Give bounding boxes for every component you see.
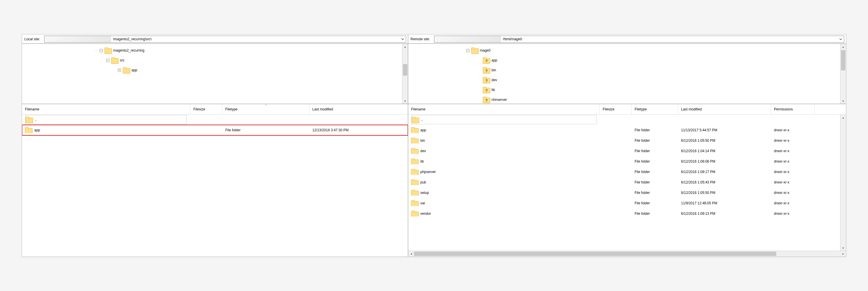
remote-horizontal-scrollbar[interactable]: ◂ ▸	[408, 251, 846, 256]
table-row[interactable]: phpserverFile folder6/12/2016 1:09:17 PM…	[408, 167, 840, 177]
folder-icon	[483, 77, 490, 83]
scroll-up-icon[interactable]: ▴	[840, 44, 846, 49]
cell-filename: vendor	[408, 211, 600, 217]
folder-icon	[111, 58, 118, 63]
filename-text: dev	[421, 149, 426, 153]
col-filetype[interactable]: Filetype ⌃	[222, 104, 309, 114]
table-row[interactable]: libFile folder6/12/2016 1:06:06 PMdrwxr-…	[408, 156, 840, 167]
table-row[interactable]: pubFile folder6/12/2016 1:05:43 PMdrwxr-…	[408, 177, 840, 187]
remote-tree-scrollbar[interactable]: ▴ ▾	[840, 44, 846, 104]
scroll-up-icon[interactable]: ▴	[840, 114, 846, 120]
tree-expand-spacer	[478, 98, 481, 102]
tree-expand-toggle[interactable]: −	[106, 59, 110, 62]
cell-permissions: drwxr-xr-x	[771, 191, 814, 195]
remote-directory-tree[interactable]: −mage0appbindevlibnhnserver	[408, 44, 840, 104]
remote-list-body[interactable]: ..appFile folder11/13/2017 5:44:57 PMdrw…	[408, 114, 846, 251]
local-directory-tree[interactable]: ⋯−magento2_recurring−src+app	[22, 44, 402, 104]
cell-filename: ..	[22, 115, 190, 124]
tree-node[interactable]: app	[408, 56, 840, 65]
cell-filetype: File folder	[632, 128, 678, 132]
tree-node[interactable]: lib	[408, 85, 840, 95]
sort-indicator-icon: ⌃	[265, 104, 267, 107]
scroll-thumb[interactable]	[414, 252, 776, 256]
local-path-value: \magento2_recurring\src\	[111, 37, 399, 41]
tree-node[interactable]: ⋯−magento2_recurring	[22, 45, 402, 56]
local-pane: Local site: \magento2_recurring\src\ ⋯−m…	[22, 35, 408, 256]
parent-directory-row[interactable]: ..	[22, 114, 408, 125]
folder-icon	[471, 47, 478, 53]
table-row[interactable]: appFile folder11/13/2017 5:44:57 PMdrwxr…	[408, 125, 840, 135]
scroll-right-icon[interactable]: ▸	[840, 252, 846, 255]
tree-expand-toggle[interactable]: −	[466, 49, 469, 52]
scroll-thumb[interactable]	[403, 64, 407, 76]
cell-filetype: File folder	[632, 212, 678, 216]
scroll-down-icon[interactable]: ▾	[840, 98, 846, 104]
col-filesize[interactable]: Filesize	[600, 104, 632, 114]
filename-text: ..	[421, 118, 423, 122]
cell-lastmodified: 6/12/2016 1:09:17 PM	[678, 170, 771, 174]
col-filename[interactable]: Filename	[22, 104, 190, 114]
local-path-dropdown-button[interactable]	[399, 36, 406, 42]
tree-expand-spacer	[478, 88, 481, 92]
local-list-body[interactable]: ..appFile folder12/13/2018 3:47:30 PM	[22, 114, 408, 256]
tree-expand-toggle[interactable]: −	[100, 49, 103, 52]
scroll-thumb[interactable]	[841, 50, 845, 70]
tree-expand-spacer	[478, 69, 481, 72]
col-filetype[interactable]: Filetype	[632, 104, 678, 114]
remote-tree-panel: −mage0appbindevlibnhnserver ▴ ▾	[408, 44, 846, 104]
filename-text: setup	[421, 191, 429, 195]
tree-expand-toggle[interactable]: +	[118, 69, 121, 72]
remote-path-dropdown-button[interactable]	[838, 36, 844, 42]
cell-permissions: drwxr-xr-x	[771, 139, 814, 143]
folder-icon	[411, 211, 418, 217]
tree-node-label: app	[131, 68, 137, 72]
cell-permissions: drwxr-xr-x	[771, 212, 814, 216]
cell-filename: lib	[408, 158, 600, 165]
col-permissions[interactable]: Permissions	[771, 104, 814, 114]
tree-node[interactable]: +app	[22, 65, 402, 75]
col-lastmodified[interactable]: Last modified	[309, 104, 408, 114]
scroll-left-icon[interactable]: ◂	[408, 252, 414, 255]
scroll-up-icon[interactable]: ▴	[402, 44, 408, 49]
tree-node-label: app	[492, 58, 497, 62]
remote-path-value: /html/mage0	[501, 37, 838, 41]
local-tree-scrollbar[interactable]: ▴ ▾	[402, 44, 408, 104]
cell-filename: pub	[408, 179, 600, 185]
table-row[interactable]: binFile folder6/12/2016 1:05:50 PMdrwxr-…	[408, 135, 840, 146]
table-row[interactable]: devFile folder6/12/2016 1:04:14 PMdrwxr-…	[408, 146, 840, 156]
tree-node-label: lib	[492, 88, 495, 92]
chevron-down-icon	[401, 37, 404, 41]
table-row[interactable]: setupFile folder6/12/2016 1:05:50 PMdrwx…	[408, 187, 840, 198]
folder-icon	[411, 169, 418, 175]
tree-node-label: nhnserver	[492, 98, 507, 102]
folder-icon	[483, 97, 490, 103]
table-row[interactable]: vendorFile folder6/12/2016 1:09:13 PMdrw…	[408, 208, 840, 219]
folder-icon	[411, 200, 418, 206]
table-row[interactable]: appFile folder12/13/2018 3:47:30 PM	[22, 125, 408, 135]
folder-icon	[411, 158, 418, 165]
cell-lastmodified: 11/13/2017 5:44:57 PM	[678, 128, 771, 132]
tree-node[interactable]: bin	[408, 65, 840, 75]
remote-list-scrollbar[interactable]: ▴ ▾	[840, 114, 846, 251]
remote-path-combo[interactable]: /html/mage0	[434, 36, 844, 43]
tree-node[interactable]: −mage0	[408, 45, 840, 56]
col-filesize[interactable]: Filesize	[190, 104, 222, 114]
chevron-down-icon	[839, 37, 842, 41]
folder-icon	[25, 127, 32, 133]
tree-node[interactable]: −src	[22, 56, 402, 65]
table-row[interactable]: varFile folder11/9/2017 12:46:05 PMdrwxr…	[408, 198, 840, 208]
folder-icon	[412, 117, 418, 122]
local-path-combo[interactable]: \magento2_recurring\src\	[44, 36, 406, 43]
tree-node[interactable]: dev	[408, 75, 840, 85]
folder-icon	[411, 190, 418, 196]
tree-expand-spacer	[478, 59, 481, 62]
local-site-label: Local site:	[22, 37, 43, 41]
tree-node[interactable]: nhnserver	[408, 95, 840, 104]
col-filetype-label: Filetype	[225, 107, 238, 111]
scroll-down-icon[interactable]: ▾	[402, 98, 408, 104]
col-filename[interactable]: Filename	[408, 104, 600, 114]
parent-directory-row[interactable]: ..	[408, 114, 840, 125]
col-lastmodified[interactable]: Last modified	[678, 104, 771, 114]
scroll-track[interactable]	[414, 251, 840, 256]
scroll-down-icon[interactable]: ▾	[840, 245, 846, 251]
